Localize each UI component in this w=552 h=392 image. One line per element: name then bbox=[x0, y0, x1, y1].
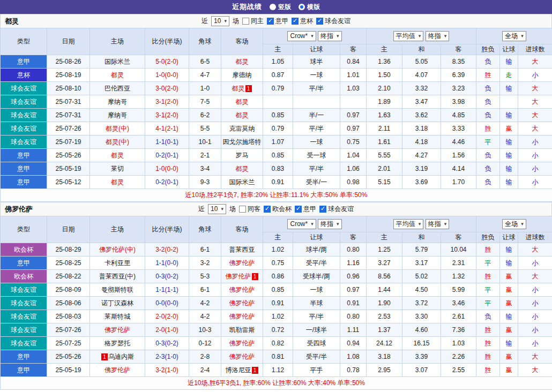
checkbox-checked-icon[interactable] bbox=[292, 18, 299, 25]
team-link[interactable]: 乌迪内斯 bbox=[108, 353, 134, 360]
team-link[interactable]: 普莱西亚 bbox=[229, 246, 255, 253]
team-link[interactable]: 佛罗伦萨 bbox=[105, 326, 130, 334]
team-link[interactable]: 因戈尔施塔特 bbox=[223, 138, 262, 146]
team-link[interactable]: 都灵 bbox=[236, 165, 249, 172]
away-team-cell: 克雷莫纳 bbox=[221, 122, 263, 135]
checkbox-unchecked-icon[interactable] bbox=[239, 206, 246, 213]
league-badge: 意甲 bbox=[1, 149, 47, 162]
same-venue-checkbox[interactable]: 同客 bbox=[239, 205, 260, 214]
team-link[interactable]: 佛罗伦萨 bbox=[229, 259, 255, 267]
odds-home: 1.02 bbox=[263, 243, 293, 257]
match-row: 欧会杯25-08-22普莱西亚(中)0-3(0-2)5-3佛罗伦萨10.86受球… bbox=[1, 270, 552, 283]
average-select[interactable]: 平均值▾ bbox=[393, 219, 424, 229]
team-link[interactable]: 佛罗伦萨 bbox=[229, 313, 255, 320]
league-filter-checkbox[interactable]: 球会友谊 bbox=[319, 205, 354, 214]
col-corner: 角球 bbox=[189, 28, 221, 55]
same-venue-checkbox[interactable]: 同主 bbox=[242, 17, 264, 26]
team-link[interactable]: 摩德纳 bbox=[233, 71, 252, 79]
checkbox-checked-icon[interactable] bbox=[264, 206, 271, 213]
league-badge: 球会友谊 bbox=[1, 135, 47, 149]
bookmaker-select[interactable]: Crow*▾ bbox=[287, 31, 316, 41]
result-goals: 大 bbox=[518, 364, 552, 377]
team-link[interactable]: 佛罗伦萨 bbox=[229, 353, 255, 360]
away-team-cell: 都灵 bbox=[221, 95, 263, 109]
chevron-down-icon: ▾ bbox=[337, 220, 339, 228]
team-link[interactable]: 国际米兰 bbox=[105, 58, 130, 65]
league-filter-checkbox[interactable]: 球会友谊 bbox=[316, 17, 350, 26]
team-link[interactable]: 佛罗伦萨 bbox=[226, 273, 251, 280]
team-link[interactable]: 佛罗伦萨 bbox=[105, 366, 130, 374]
result-outcome: 负 bbox=[476, 55, 500, 69]
checkbox-label: 同主 bbox=[251, 17, 264, 26]
odds-away: 0.97 bbox=[340, 109, 367, 122]
match-count-select[interactable]: 10▾ bbox=[208, 204, 226, 214]
odds-home: 0.91 bbox=[263, 297, 293, 310]
team-link[interactable]: 都灵(中) bbox=[106, 125, 129, 132]
home-team-cell: 佛罗伦萨 bbox=[90, 364, 145, 377]
team-link[interactable]: 巴伦西亚 bbox=[105, 85, 130, 92]
full-match-select[interactable]: 全场▾ bbox=[502, 219, 526, 229]
team-link[interactable]: 都灵(中) bbox=[106, 138, 129, 146]
result-handicap bbox=[500, 95, 518, 109]
league-filter-checkbox[interactable]: 意甲 bbox=[295, 205, 316, 214]
full-match-select[interactable]: 全场▾ bbox=[502, 31, 526, 41]
select-value: 平均值 bbox=[396, 220, 415, 228]
team-link[interactable]: 罗马 bbox=[236, 152, 249, 159]
match-date: 25-05-12 bbox=[47, 176, 90, 189]
match-count-select[interactable]: 10▾ bbox=[211, 16, 229, 26]
league-filter-checkbox[interactable]: 意甲 bbox=[267, 17, 288, 26]
team-link[interactable]: 都灵 bbox=[111, 152, 124, 159]
team-link[interactable]: 都灵 bbox=[236, 98, 249, 105]
col-date: 日期 bbox=[47, 216, 90, 243]
avg-away: 4.46 bbox=[441, 135, 476, 149]
league-filter-checkbox[interactable]: 意杯 bbox=[292, 17, 313, 26]
team-link[interactable]: 都灵 bbox=[236, 111, 249, 119]
checkbox-checked-icon[interactable] bbox=[319, 206, 326, 213]
checkbox-checked-icon[interactable] bbox=[267, 18, 274, 25]
corner-score: 3-2 bbox=[189, 257, 221, 270]
odds-stage-select[interactable]: 终指▾ bbox=[426, 219, 450, 229]
match-date: 25-07-19 bbox=[47, 135, 90, 149]
team-link[interactable]: 凯勒雷斯 bbox=[229, 326, 255, 334]
team-link[interactable]: 佛罗伦萨(中) bbox=[99, 246, 136, 253]
team-link[interactable]: 普莱西亚(中) bbox=[99, 273, 136, 280]
team-link[interactable]: 莱斯特城 bbox=[105, 313, 130, 320]
team-link[interactable]: 莱切 bbox=[111, 165, 124, 172]
avg-draw: 4.27 bbox=[402, 149, 441, 162]
subcol-avg-home: 主 bbox=[367, 44, 402, 55]
avg-home: 2.10 bbox=[367, 82, 402, 95]
layout-radio[interactable]: 横版 bbox=[299, 3, 320, 12]
team-link[interactable]: 都灵 bbox=[232, 85, 245, 92]
team-link[interactable]: 佛罗伦萨 bbox=[229, 286, 255, 293]
odds-stage-select[interactable]: 终指▾ bbox=[426, 31, 450, 41]
team-link[interactable]: 佛罗伦萨 bbox=[229, 299, 255, 307]
team-link[interactable]: 摩纳哥 bbox=[108, 98, 127, 105]
match-score: 2-3(1-0) bbox=[145, 350, 189, 364]
checkbox-checked-icon[interactable] bbox=[316, 18, 323, 25]
team-link[interactable]: 格罗瑟托 bbox=[105, 340, 130, 347]
team-link[interactable]: 博洛尼亚 bbox=[226, 366, 251, 374]
avg-away: 2.26 bbox=[441, 350, 476, 364]
odds-stage-select[interactable]: 终指▾ bbox=[318, 219, 342, 229]
select-value: 10 bbox=[214, 17, 221, 25]
team-link[interactable]: 都灵 bbox=[236, 58, 249, 65]
team-link[interactable]: 佛罗伦萨 bbox=[229, 340, 255, 347]
team-link[interactable]: 都灵 bbox=[111, 178, 124, 186]
odds-stage-select[interactable]: 终指▾ bbox=[318, 31, 342, 41]
team-link[interactable]: 都灵 bbox=[111, 71, 124, 79]
layout-radio[interactable]: 竖版 bbox=[270, 3, 291, 12]
league-filter-checkbox[interactable]: 欧会杯 bbox=[264, 205, 292, 214]
average-select[interactable]: 平均值▾ bbox=[393, 31, 424, 41]
team-section-bar: 都灵 近10▾场同主意甲意杯球会友谊 bbox=[0, 14, 552, 28]
team-link[interactable]: 卡利亚里 bbox=[105, 259, 130, 267]
team-link[interactable]: 克雷莫纳 bbox=[229, 125, 255, 132]
team-link[interactable]: 曼彻斯特联 bbox=[101, 286, 133, 293]
checkbox-checked-icon[interactable] bbox=[295, 206, 302, 213]
bookmaker-select[interactable]: Crow*▾ bbox=[287, 219, 316, 229]
team-link[interactable]: 诺丁汉森林 bbox=[101, 299, 133, 307]
team-link[interactable]: 摩纳哥 bbox=[108, 111, 127, 119]
away-team-cell: 博洛尼亚1 bbox=[221, 364, 263, 377]
checkbox-unchecked-icon[interactable] bbox=[242, 18, 249, 25]
team-link[interactable]: 国际米兰 bbox=[229, 178, 255, 186]
chevron-down-icon: ▾ bbox=[419, 32, 421, 40]
